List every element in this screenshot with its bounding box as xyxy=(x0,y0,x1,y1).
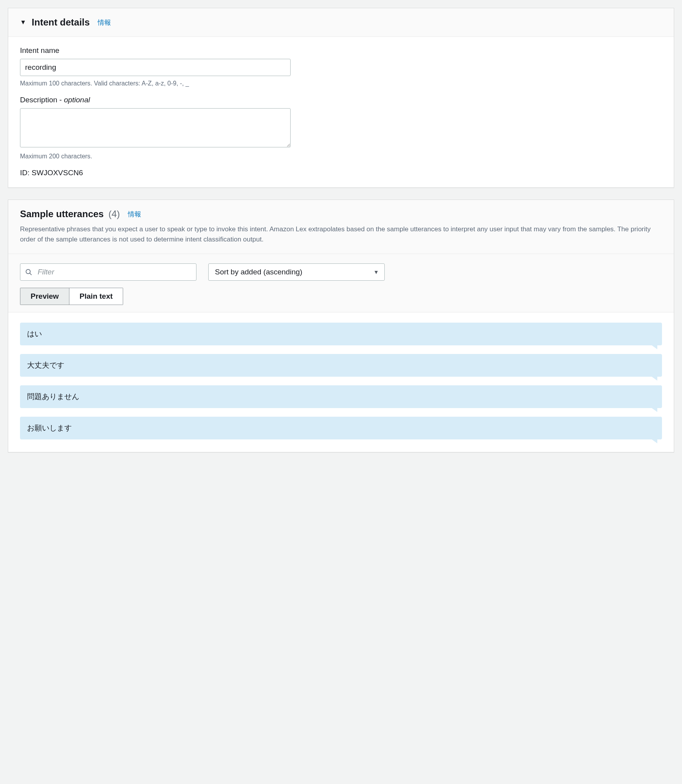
sample-utterances-header: Sample utterances (4) 情報 Representative … xyxy=(8,200,674,254)
sample-utterances-count: (4) xyxy=(108,209,120,220)
collapse-caret-icon[interactable]: ▼ xyxy=(20,19,26,25)
intent-name-field: Intent name Maximum 100 characters. Vali… xyxy=(20,46,662,87)
view-mode-toggle: Preview Plain text xyxy=(8,288,674,312)
utterance-item[interactable]: 問題ありません xyxy=(20,385,662,408)
utterance-item[interactable]: はい xyxy=(20,323,662,345)
intent-description-input[interactable] xyxy=(20,108,291,147)
intent-id: ID: SWJOXVSCN6 xyxy=(20,169,662,177)
intent-details-header[interactable]: ▼ Intent details 情報 xyxy=(8,8,674,37)
filter-wrap xyxy=(20,263,196,281)
sample-utterances-title: Sample utterances xyxy=(20,209,104,220)
sample-utterances-description: Representative phrases that you expect a… xyxy=(20,224,662,245)
utterance-list: はい 大丈夫です 問題ありません お願いします xyxy=(8,312,674,452)
chevron-down-icon: ▼ xyxy=(373,269,379,275)
sample-utterances-panel: Sample utterances (4) 情報 Representative … xyxy=(8,200,674,452)
intent-details-body: Intent name Maximum 100 characters. Vali… xyxy=(8,37,674,187)
search-icon xyxy=(25,268,33,276)
sample-utterances-info-link[interactable]: 情報 xyxy=(128,210,141,219)
preview-tab[interactable]: Preview xyxy=(20,288,69,305)
utterances-toolbar: Sort by added (ascending) ▼ xyxy=(8,254,674,288)
intent-name-hint: Maximum 100 characters. Valid characters… xyxy=(20,80,662,87)
utterance-item[interactable]: 大丈夫です xyxy=(20,354,662,377)
filter-input[interactable] xyxy=(20,263,196,281)
intent-name-label: Intent name xyxy=(20,46,662,55)
intent-description-field: Description - optional Maximum 200 chara… xyxy=(20,96,662,160)
plain-text-tab[interactable]: Plain text xyxy=(69,288,123,305)
intent-details-title: Intent details xyxy=(32,17,90,28)
utterance-item[interactable]: お願いします xyxy=(20,417,662,439)
intent-details-panel: ▼ Intent details 情報 Intent name Maximum … xyxy=(8,8,674,188)
svg-point-0 xyxy=(26,269,30,274)
intent-description-label: Description - optional xyxy=(20,96,662,104)
intent-name-input[interactable] xyxy=(20,59,291,76)
sort-select[interactable]: Sort by added (ascending) ▼ xyxy=(208,263,385,281)
intent-description-hint: Maximum 200 characters. xyxy=(20,153,662,160)
intent-details-info-link[interactable]: 情報 xyxy=(98,18,111,27)
svg-line-1 xyxy=(30,273,32,275)
sort-select-label: Sort by added (ascending) xyxy=(215,268,302,276)
